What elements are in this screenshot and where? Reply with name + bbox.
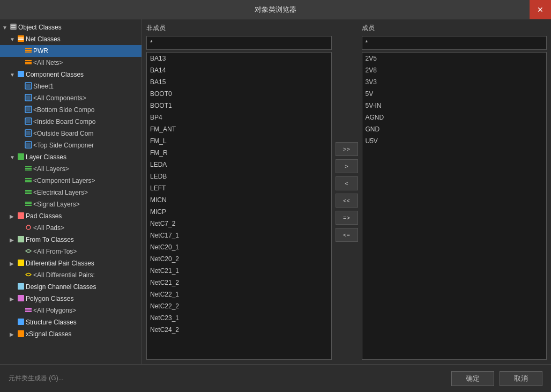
tree-item-pad-classes[interactable]: ▶Pad Classes [0, 210, 142, 222]
list-item[interactable]: 5V-IN [362, 100, 547, 112]
list-item[interactable]: FM_ANT [147, 123, 331, 135]
svg-rect-2 [11, 27, 16, 28]
list-item[interactable]: NetC20_1 [147, 241, 331, 253]
tree-item-structure-classes[interactable]: Structure Classes [0, 316, 142, 328]
ok-button[interactable]: 确定 [451, 371, 494, 386]
svg-rect-40 [18, 236, 24, 242]
tree-icon-from-to-classes [16, 235, 26, 245]
tree-icon-xsignal-classes [16, 330, 26, 339]
tree-item-all-polygons[interactable]: <All Polygons> [0, 305, 142, 316]
tree-item-all-diff-pairs[interactable]: <All Differential Pairs: [0, 269, 142, 281]
svg-rect-12 [18, 71, 24, 77]
tree-item-object-classes[interactable]: ▼Object Classes [0, 21, 142, 33]
svg-rect-44 [25, 308, 32, 309]
cancel-button[interactable]: 取消 [500, 371, 542, 386]
tree-item-xsignal-classes[interactable]: ▶xSignal Classes [0, 328, 142, 340]
unassign-button[interactable]: <= [336, 228, 358, 242]
tree-item-diff-pair-classes[interactable]: ▶Differential Pair Classes [0, 257, 142, 269]
list-item[interactable]: BP4 [147, 112, 331, 123]
transfer-buttons: >> > < << => <= [334, 24, 360, 360]
tree-label-signal-layers: <Signal Layers> [33, 201, 80, 208]
list-item[interactable]: MICN [147, 194, 331, 206]
list-item[interactable]: BA14 [147, 64, 331, 76]
svg-rect-16 [26, 95, 31, 100]
member-filter[interactable] [362, 36, 547, 50]
list-item[interactable]: LEDB [147, 171, 331, 182]
tree-item-design-channel[interactable]: Design Channel Classes [0, 281, 142, 293]
list-item[interactable]: FM_R [147, 147, 331, 159]
remove-one-button[interactable]: < [336, 176, 358, 190]
tree-item-all-from-tos[interactable]: <All From-Tos> [0, 246, 142, 257]
non-member-filter[interactable] [146, 36, 332, 50]
tree-scroll[interactable]: ▼Object Classes▼Net ClassesPWR<All Nets>… [0, 19, 142, 364]
tree-item-outside-board[interactable]: <Outside Board Com [0, 128, 142, 139]
tree-item-electrical-layers[interactable]: <Electrical Layers> [0, 187, 142, 198]
list-item[interactable]: NetC20_2 [147, 253, 331, 265]
list-item[interactable]: NetC17_1 [147, 230, 331, 241]
list-item[interactable]: 5V [362, 88, 547, 100]
svg-rect-7 [25, 50, 32, 51]
tree-item-pwr[interactable]: PWR [0, 45, 142, 57]
list-item[interactable]: BA13 [147, 53, 331, 64]
list-item[interactable]: GND [362, 123, 547, 135]
tree-item-signal-layers[interactable]: <Signal Layers> [0, 198, 142, 210]
list-item[interactable]: FM_L [147, 135, 331, 147]
tree-item-all-components[interactable]: <All Components> [0, 92, 142, 104]
list-item[interactable]: NetC24_2 [147, 324, 331, 336]
member-list[interactable]: 2V52V83V35V5V-INAGNDGNDU5V [362, 52, 547, 360]
close-button[interactable]: ✕ [530, 0, 551, 19]
list-item[interactable]: LEDA [147, 159, 331, 171]
list-item[interactable]: NetC23_1 [147, 312, 331, 324]
tree-label-all-polygons: <All Polygons> [33, 307, 76, 314]
tree-icon-diff-pair-classes [16, 259, 26, 268]
non-member-list[interactable]: BA13BA14BA15BOOT0BOOT1BP4FM_ANTFM_LFM_RL… [146, 52, 332, 360]
tree-item-top-side[interactable]: <Top Side Componer [0, 139, 142, 151]
list-item[interactable]: 3V3 [362, 76, 547, 88]
tree-item-inside-board[interactable]: <Inside Board Compo [0, 116, 142, 128]
list-item[interactable]: NetC21_1 [147, 265, 331, 277]
tree-icon-component-layers [24, 176, 33, 186]
tree-label-bottom-side: <Bottom Side Compo [33, 106, 94, 114]
add-one-button[interactable]: > [336, 159, 358, 173]
tree-icon-all-components [24, 94, 33, 103]
tree-icon-signal-layers [24, 200, 33, 209]
tree-label-xsignal-classes: xSignal Classes [26, 330, 71, 338]
list-item[interactable]: U5V [362, 135, 547, 147]
tree-panel: ▼Object Classes▼Net ClassesPWR<All Nets>… [0, 19, 142, 364]
list-item[interactable]: 2V5 [362, 53, 547, 64]
list-item[interactable]: BA15 [147, 76, 331, 88]
add-all-button[interactable]: >> [336, 142, 358, 156]
svg-rect-32 [25, 190, 32, 191]
tree-item-component-classes[interactable]: ▼Component Classes [0, 69, 142, 80]
bottom-bar: 元件类生成器 (G)... 确定 取消 [0, 364, 551, 392]
svg-rect-14 [26, 84, 31, 88]
tree-arrow-from-to-classes: ▶ [10, 237, 16, 243]
tree-item-all-nets[interactable]: <All Nets> [0, 57, 142, 69]
tree-icon-structure-classes [16, 318, 26, 327]
tree-item-polygon-classes[interactable]: ▶Polygon Classes [0, 293, 142, 305]
list-item[interactable]: NetC22_2 [147, 300, 331, 312]
assign-button[interactable]: => [336, 211, 358, 225]
tree-item-bottom-side[interactable]: <Bottom Side Compo [0, 104, 142, 116]
list-item[interactable]: NetC22_1 [147, 289, 331, 300]
tree-label-all-from-tos: <All From-Tos> [33, 248, 77, 255]
tree-icon-pwr [24, 47, 33, 56]
tree-item-component-layers[interactable]: <Component Layers> [0, 175, 142, 187]
list-item[interactable]: 2V8 [362, 64, 547, 76]
tree-item-sheet1[interactable]: Sheet1 [0, 80, 142, 92]
list-item[interactable]: NetC21_2 [147, 277, 331, 289]
remove-all-button[interactable]: << [336, 194, 358, 208]
list-item[interactable]: LEFT [147, 182, 331, 194]
list-item[interactable]: BOOT0 [147, 88, 331, 100]
tree-item-from-to-classes[interactable]: ▶From To Classes [0, 234, 142, 246]
tree-arrow-pad-classes: ▶ [10, 213, 16, 219]
tree-item-all-pads[interactable]: <All Pads> [0, 222, 142, 234]
tree-item-layer-classes[interactable]: ▼Layer Classes [0, 151, 142, 163]
tree-item-net-classes[interactable]: ▼Net Classes [0, 33, 142, 45]
list-item[interactable]: MICP [147, 206, 331, 218]
list-item[interactable]: NetC7_2 [147, 218, 331, 230]
list-item[interactable]: AGND [362, 112, 547, 123]
list-item[interactable]: BOOT1 [147, 100, 331, 112]
tree-item-all-layers[interactable]: <All Layers> [0, 163, 142, 175]
svg-rect-47 [18, 319, 24, 325]
